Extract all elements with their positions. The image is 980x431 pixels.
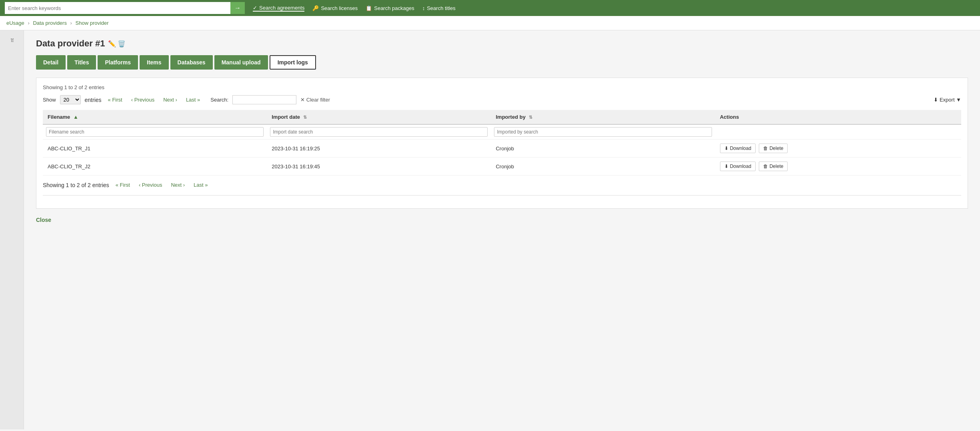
nav-search-titles-label: Search titles <box>427 5 456 11</box>
filename-search-input[interactable] <box>46 127 264 137</box>
breadcrumb-sep-1: › <box>28 20 31 26</box>
nav-search-titles[interactable]: ↕ Search titles <box>422 5 456 11</box>
tab-import-logs[interactable]: Import logs <box>270 55 316 70</box>
row1-delete-button[interactable]: 🗑 Delete <box>759 144 788 153</box>
imported-by-search-cell <box>491 124 715 140</box>
nav-search-licenses-label: Search licenses <box>321 5 358 11</box>
global-search-input[interactable] <box>5 2 230 14</box>
nav-search-packages-label: Search packages <box>374 5 414 11</box>
page-title-text: Data provider #1 <box>36 38 105 49</box>
table-header-row: Filename ▲ Import date ⇅ Imported by ⇅ <box>43 110 961 124</box>
page-title-row: Data provider #1 ✏️ 🗑️ <box>36 38 968 49</box>
trash-icon-2: 🗑 <box>763 164 768 169</box>
imported-by-sort-icon: ⇅ <box>529 115 532 120</box>
last-button-bottom[interactable]: Last » <box>191 181 210 189</box>
showing-text-bottom: Showing 1 to 2 of 2 entries <box>43 182 109 188</box>
row2-actions: ⬇ Download 🗑 Delete <box>715 158 961 176</box>
data-table: Filename ▲ Import date ⇅ Imported by ⇅ <box>43 110 961 176</box>
row1-download-button[interactable]: ⬇ ⬇ Download Download <box>720 144 756 153</box>
filename-search-cell <box>43 124 267 140</box>
nav-search-licenses[interactable]: 🔑 Search licenses <box>312 5 358 11</box>
col-header-import-date[interactable]: Import date ⇅ <box>267 110 491 124</box>
next-button-top[interactable]: Next › <box>161 96 180 104</box>
trash-icon: 🗑 <box>763 146 768 151</box>
main-content: Data provider #1 ✏️ 🗑️ Detail Titles Pla… <box>24 30 980 429</box>
tab-items[interactable]: Items <box>140 55 169 70</box>
import-date-sort-icon: ⇅ <box>303 115 307 120</box>
filename-sort-asc-icon: ▲ <box>73 114 78 120</box>
table-row: ABC-CLIO_TR_J1 2023-10-31 16:19:25 Cronj… <box>43 140 961 158</box>
col-header-imported-by[interactable]: Imported by ⇅ <box>491 110 715 124</box>
previous-button-bottom[interactable]: ‹ Previous <box>136 181 165 189</box>
row1-filename: ABC-CLIO_TR_J1 <box>43 140 267 158</box>
showing-text-top: Showing 1 to 2 of 2 entries <box>43 84 961 90</box>
divider <box>43 195 961 196</box>
show-label: Show <box>43 97 56 103</box>
controls-row: Show 10 20 50 100 entries « First ‹ Prev… <box>43 95 961 104</box>
bottom-controls: Showing 1 to 2 of 2 entries « First ‹ Pr… <box>43 181 961 189</box>
check-icon: ✓ <box>253 5 257 11</box>
delete-button[interactable]: 🗑️ <box>118 40 126 48</box>
nav-search-agreements[interactable]: ✓ Search agreements <box>253 5 304 12</box>
tab-platforms[interactable]: Platforms <box>98 55 138 70</box>
search-filter-input[interactable] <box>232 95 296 104</box>
sidebar: nt <box>0 30 24 429</box>
next-button-bottom[interactable]: Next › <box>168 181 187 189</box>
row1-actions: ⬇ ⬇ Download Download 🗑 Delete <box>715 140 961 158</box>
nav-search-agreements-label: Search agreements <box>259 5 304 11</box>
row2-import-date: 2023-10-31 16:19:45 <box>267 158 491 176</box>
imported-by-search-input[interactable] <box>494 127 712 137</box>
tab-manual-upload[interactable]: Manual upload <box>214 55 268 70</box>
col-header-filename[interactable]: Filename ▲ <box>43 110 267 124</box>
top-nav: ✓ Search agreements 🔑 Search licenses 📋 … <box>253 5 456 12</box>
entries-label: entries <box>85 97 102 103</box>
breadcrumb-show-provider[interactable]: Show provider <box>76 20 109 26</box>
breadcrumb: eUsage › Data providers › Show provider <box>0 16 980 30</box>
clear-filter-button[interactable]: ✕ Clear filter <box>300 97 330 103</box>
row1-imported-by: Cronjob <box>491 140 715 158</box>
table-section: Showing 1 to 2 of 2 entries Show 10 20 5… <box>36 78 968 209</box>
first-button-top[interactable]: « First <box>106 96 125 104</box>
search-label: Search: <box>210 97 228 103</box>
top-bar: → ✓ Search agreements 🔑 Search licenses … <box>0 0 980 16</box>
download-icon: ⬇ <box>724 146 728 151</box>
import-date-search-input[interactable] <box>270 127 488 137</box>
table-search-row <box>43 124 961 140</box>
sort-icon: ↕ <box>422 5 425 11</box>
edit-button[interactable]: ✏️ <box>108 40 116 48</box>
content-area: Data provider #1 ✏️ 🗑️ Detail Titles Pla… <box>24 30 980 429</box>
breadcrumb-eusage[interactable]: eUsage <box>6 20 24 26</box>
package-icon: 📋 <box>366 5 372 11</box>
breadcrumb-sep-2: › <box>70 20 74 26</box>
nav-search-packages[interactable]: 📋 Search packages <box>366 5 414 11</box>
global-search-form: → <box>5 2 245 14</box>
close-link[interactable]: Close <box>36 217 51 223</box>
tab-databases[interactable]: Databases <box>170 55 213 70</box>
tabs: Detail Titles Platforms Items Databases … <box>36 55 968 70</box>
global-search-go-button[interactable]: → <box>230 2 245 14</box>
key-icon: 🔑 <box>312 5 319 11</box>
download-icon-2: ⬇ <box>724 164 728 169</box>
page-title-icons: ✏️ 🗑️ <box>108 40 126 48</box>
table-body: ABC-CLIO_TR_J1 2023-10-31 16:19:25 Cronj… <box>43 140 961 176</box>
actions-search-cell <box>715 124 961 140</box>
tab-titles[interactable]: Titles <box>67 55 96 70</box>
import-date-search-cell <box>267 124 491 140</box>
col-header-actions: Actions <box>715 110 961 124</box>
export-button[interactable]: ⬇ Export ▼ <box>934 97 961 103</box>
show-entries-select[interactable]: 10 20 50 100 <box>60 95 81 104</box>
row2-filename: ABC-CLIO_TR_J2 <box>43 158 267 176</box>
sidebar-label: nt <box>10 38 14 42</box>
last-button-top[interactable]: Last » <box>184 96 202 104</box>
breadcrumb-data-providers[interactable]: Data providers <box>33 20 67 26</box>
previous-button-top[interactable]: ‹ Previous <box>129 96 157 104</box>
layout: nt Data provider #1 ✏️ 🗑️ Detail Titles … <box>0 30 980 429</box>
tab-detail[interactable]: Detail <box>36 55 66 70</box>
row1-import-date: 2023-10-31 16:19:25 <box>267 140 491 158</box>
row2-download-button[interactable]: ⬇ Download <box>720 162 756 171</box>
table-row: ABC-CLIO_TR_J2 2023-10-31 16:19:45 Cronj… <box>43 158 961 176</box>
row2-delete-button[interactable]: 🗑 Delete <box>759 162 788 171</box>
row2-imported-by: Cronjob <box>491 158 715 176</box>
first-button-bottom[interactable]: « First <box>113 181 132 189</box>
